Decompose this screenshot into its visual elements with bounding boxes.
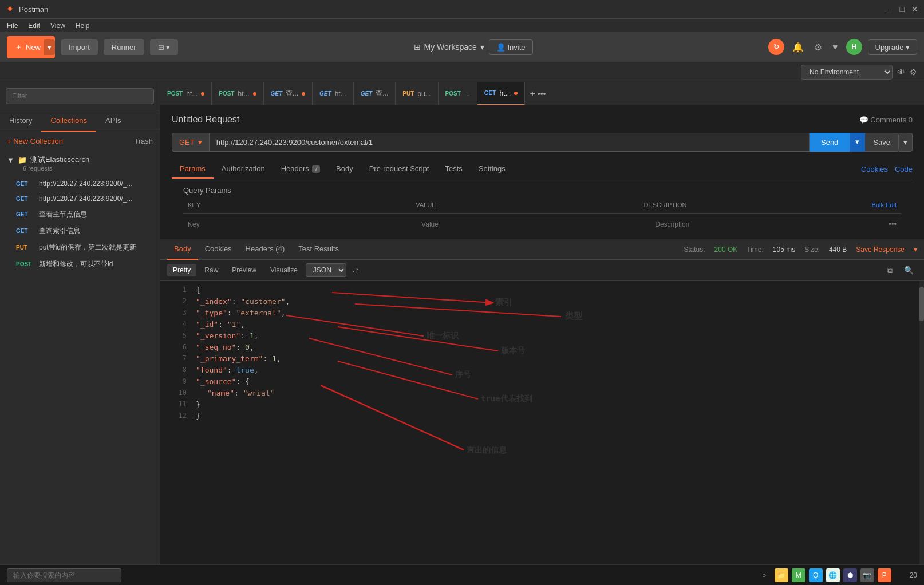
environment-select[interactable]: No Environment	[801, 65, 893, 80]
send-button[interactable]: Send	[810, 133, 850, 152]
save-dropdown[interactable]: ▾	[899, 133, 913, 152]
upgrade-button[interactable]: Upgrade ▾	[868, 39, 918, 55]
save-button[interactable]: Save	[865, 133, 899, 152]
scrollbar[interactable]	[919, 281, 924, 585]
menu-view[interactable]: View	[50, 22, 65, 30]
settings-icon[interactable]: ⚙	[812, 39, 824, 55]
minimize-button[interactable]: —	[885, 5, 893, 14]
request-title-bar: Untitled Request 💬 Comments 0	[172, 114, 913, 125]
tab-url-8: ht...	[499, 89, 511, 97]
format-type-select[interactable]: JSON	[306, 263, 346, 277]
tab-collections[interactable]: Collections	[41, 110, 96, 132]
response-tab-cookies[interactable]: Cookies	[198, 239, 239, 260]
more-tabs-button[interactable]: •••	[538, 89, 546, 98]
url-input[interactable]	[209, 133, 810, 152]
req-tab-tests[interactable]: Tests	[437, 160, 470, 179]
app-icon-5[interactable]: ⬢	[843, 568, 857, 582]
taskbar-search-input[interactable]	[7, 568, 121, 582]
response-tab-body[interactable]: Body	[167, 239, 198, 260]
tab-4[interactable]: GET ht...	[313, 82, 354, 105]
tab-history[interactable]: History	[0, 110, 41, 132]
key-input[interactable]	[188, 220, 412, 228]
method-badge-get-4: GET	[16, 228, 34, 234]
code-view[interactable]: 1 { 2 "_index": "customer", 3 "_type": "…	[160, 281, 924, 585]
bell-icon[interactable]: 🔔	[790, 39, 806, 55]
tab-2[interactable]: POST ht...	[212, 82, 263, 105]
chrome-icon[interactable]: 🌐	[826, 568, 840, 582]
tab-8-active[interactable]: GET ht...	[477, 82, 526, 105]
tab-url-4: ht...	[335, 90, 346, 98]
format-tab-pretty[interactable]: Pretty	[167, 264, 196, 276]
request-item-5[interactable]: PUT put带id的保存，第二次就是更新	[0, 239, 160, 256]
new-collection-button[interactable]: + New Collection	[7, 137, 63, 145]
request-item-1[interactable]: GET http://120.27.240.223:9200/_...	[0, 176, 160, 191]
search-response-icon[interactable]: 🔍	[901, 264, 917, 276]
app-icon-6[interactable]: 📷	[860, 568, 874, 582]
eye-icon[interactable]: 👁	[897, 68, 905, 77]
req-tab-headers[interactable]: Headers 7	[273, 160, 328, 179]
value-input[interactable]	[421, 220, 646, 228]
req-tab-prerequest[interactable]: Pre-request Script	[361, 160, 437, 179]
sync-button[interactable]: ↻	[768, 39, 784, 55]
heart-icon[interactable]: ♥	[830, 39, 840, 54]
cookies-link[interactable]: Cookies	[861, 165, 888, 173]
scrollbar-thumb[interactable]	[919, 287, 924, 321]
wrap-icon[interactable]: ⇌	[349, 264, 362, 276]
send-dropdown-button[interactable]: ▾	[850, 133, 865, 152]
invite-button[interactable]: 👤 Invite	[489, 39, 533, 55]
tab-5[interactable]: GET 查...	[354, 82, 396, 105]
app-icon-7[interactable]: P	[878, 568, 891, 582]
req-tab-params[interactable]: Params	[172, 160, 214, 179]
titlebar-controls[interactable]: — □ ✕	[885, 5, 918, 14]
save-response-arrow[interactable]: ▾	[914, 246, 917, 254]
menu-edit[interactable]: Edit	[28, 22, 40, 30]
maximize-button[interactable]: □	[900, 5, 905, 14]
new-button[interactable]: ＋ New ▾	[7, 36, 55, 58]
format-tab-raw[interactable]: Raw	[199, 264, 224, 276]
request-item-3[interactable]: GET 查看主节点信息	[0, 206, 160, 223]
close-button[interactable]: ✕	[911, 5, 918, 14]
green-icon[interactable]: M	[792, 568, 805, 582]
workspace-button[interactable]: ⊞ My Workspace ▾	[414, 42, 484, 52]
req-tab-settings[interactable]: Settings	[471, 160, 514, 179]
code-line-8: 8 "found": true,	[160, 366, 924, 377]
tab-7[interactable]: POST ...	[439, 82, 477, 105]
menu-file[interactable]: File	[7, 22, 18, 30]
tab-1[interactable]: POST ht...	[160, 82, 212, 105]
response-tab-test-results[interactable]: Test Results	[291, 239, 346, 260]
tab-apis[interactable]: APIs	[96, 110, 130, 132]
format-tab-visualize[interactable]: Visualize	[264, 264, 303, 276]
tab-3[interactable]: GET 查...	[264, 82, 313, 105]
response-tab-headers[interactable]: Headers (4)	[239, 239, 292, 260]
method-select[interactable]: GET ▾	[172, 133, 209, 152]
import-button[interactable]: Import	[61, 39, 98, 55]
desc-input[interactable]	[655, 220, 879, 228]
request-url-5: put带id的保存，第二次就是更新	[39, 243, 136, 252]
tab-6[interactable]: PUT pu...	[396, 82, 438, 105]
folder-taskbar-icon[interactable]: 📁	[775, 568, 788, 582]
qq-icon[interactable]: Q	[809, 568, 823, 582]
time-label: Time:	[747, 246, 764, 254]
add-tab-button[interactable]: +	[530, 89, 535, 99]
sidebar: History Collections APIs + New Collectio…	[0, 82, 160, 585]
copy-icon[interactable]: ⧉	[883, 264, 896, 276]
new-dropdown-arrow[interactable]: ▾	[44, 39, 55, 55]
code-link[interactable]: Code	[895, 165, 913, 173]
collection-item[interactable]: ▼ 📁 测试Elasticsearch 6 requests	[0, 150, 160, 176]
request-item-2[interactable]: GET http://120.27.240.223:9200/_...	[0, 191, 160, 206]
request-item-4[interactable]: GET 查询索引信息	[0, 223, 160, 239]
bulk-edit-button[interactable]: Bulk Edit	[867, 199, 901, 211]
req-tab-authorization[interactable]: Authorization	[214, 160, 273, 179]
menu-help[interactable]: Help	[76, 22, 90, 30]
layout-button[interactable]: ⊞ ▾	[150, 39, 179, 55]
save-response-button[interactable]: Save Response	[856, 246, 905, 254]
req-tab-body[interactable]: Body	[328, 160, 361, 179]
search-input[interactable]	[6, 88, 154, 104]
user-avatar[interactable]: H	[846, 39, 862, 55]
format-tab-preview[interactable]: Preview	[226, 264, 262, 276]
request-item-6[interactable]: POST 新增和修改，可以不带id	[0, 256, 160, 272]
runner-button[interactable]: Runner	[104, 39, 144, 55]
trash-button[interactable]: Trash	[134, 137, 153, 145]
settings-env-icon[interactable]: ⚙	[910, 68, 917, 77]
request-url-2: http://120.27.240.223:9200/_...	[39, 195, 132, 203]
